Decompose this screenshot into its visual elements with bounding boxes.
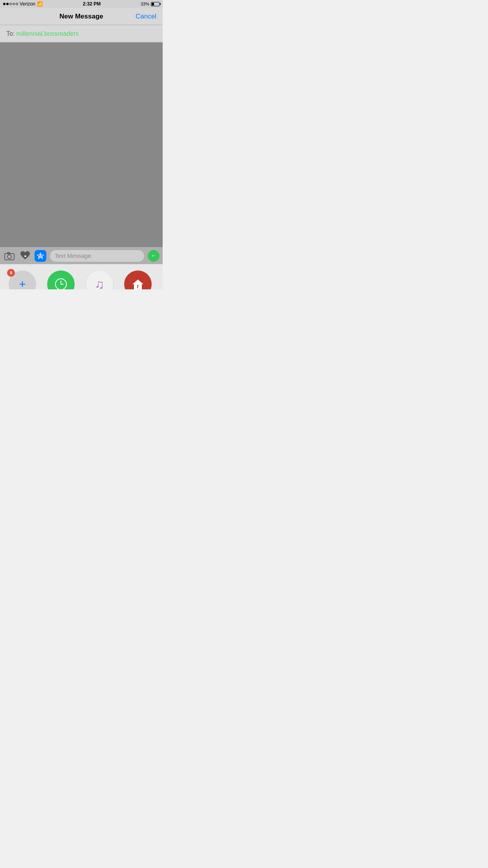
camera-icon [4,252,15,260]
signal-dot-2 [6,3,9,5]
music-note-icon: ♫ [95,277,104,290]
nav-bar: New Message Cancel [0,8,163,25]
app-store-icon-wrapper: + 9 [9,270,36,289]
status-bar: Verizon 📶 2:32 PM 33% [0,0,163,8]
realtor-house-icon: r [130,276,146,289]
to-field[interactable]: To: millennial.bossreaders [0,25,163,42]
app-realtor-item[interactable]: r Realtor.com [122,270,154,289]
battery-percent: 33% [141,2,149,6]
carrier-label: Verizon [20,1,35,7]
app-music-icon-wrapper: ♫ [86,270,113,289]
svg-text:❤: ❤ [24,255,27,258]
clock-icon [54,277,68,289]
nav-title: New Message [59,13,103,20]
app-realtor-icon: r [124,270,152,289]
status-left: Verizon 📶 [3,1,43,7]
wifi-icon: 📶 [37,1,43,7]
app-recents-icon-wrapper [47,270,75,289]
signal-dot-1 [3,3,6,5]
appstore-button[interactable]: A [35,250,46,262]
message-body[interactable] [0,42,163,247]
svg-rect-2 [7,252,10,254]
send-button[interactable]: ↑ [148,250,160,262]
send-arrow-icon: ↑ [150,254,157,257]
signal-dot-4 [13,3,15,5]
app-recents-icon [47,270,75,289]
plus-icon: + [19,278,26,289]
app-music-item[interactable]: ♫ Music [83,270,116,289]
battery-fill [152,3,154,6]
app-store-badge: 9 [7,269,15,277]
app-realtor-icon-wrapper: r [124,270,152,289]
signal-dot-5 [16,3,18,5]
apps-row-1: + 9 Store Recents [6,270,156,289]
bottom-toolbar: ❤ A Text Message ↑ [0,247,163,264]
battery-body [151,2,160,6]
to-label: To: [6,30,15,37]
signal-dot-3 [9,3,12,5]
svg-point-1 [7,255,11,259]
apps-panel: + 9 Store Recents [0,264,163,289]
text-message-placeholder: Text Message [55,252,91,259]
battery-icon [151,2,160,6]
appstore-icon: A [37,252,44,260]
svg-text:r: r [137,283,139,289]
status-right: 33% [141,2,160,6]
cancel-button[interactable]: Cancel [136,13,156,20]
heart-hand-icon: ❤ [20,251,31,261]
camera-button[interactable] [3,250,16,262]
svg-text:A: A [39,254,42,258]
app-music-icon: ♫ [86,270,113,289]
signal-strength [3,3,18,5]
text-message-input[interactable]: Text Message [50,250,145,262]
recipient-value: millennial.bossreaders [16,30,79,37]
digital-touch-button[interactable]: ❤ [19,250,31,262]
app-store-item[interactable]: + 9 Store [6,270,39,289]
app-recents-item[interactable]: Recents [45,270,77,289]
status-time: 2:32 PM [83,1,101,7]
